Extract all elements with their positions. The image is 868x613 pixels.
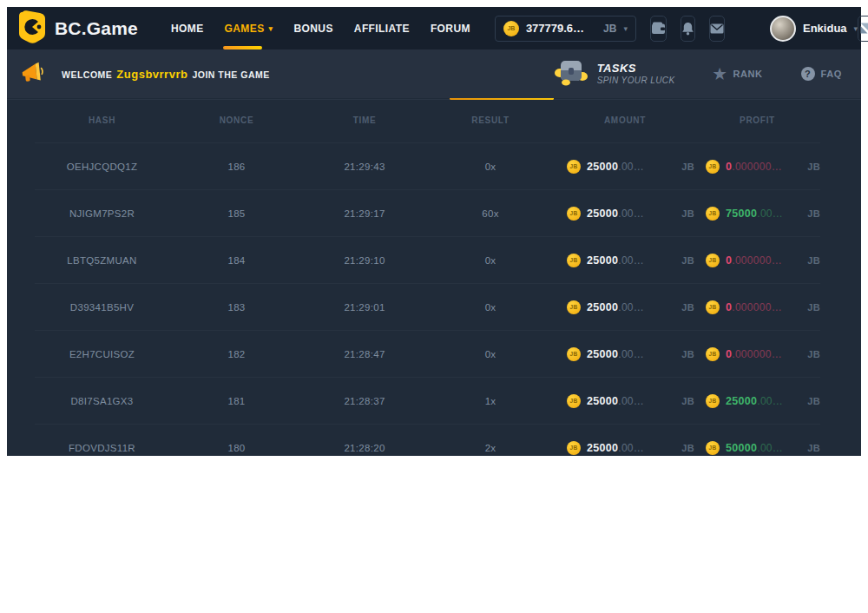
wallet-button[interactable] bbox=[650, 16, 667, 42]
bet-profit: JB 25000.00… JB bbox=[694, 394, 820, 408]
bet-result: 0x bbox=[425, 255, 556, 266]
nav-item-affiliate[interactable]: AFFILIATE bbox=[344, 7, 420, 49]
tasks-link[interactable]: TASKS SPIN YOUR LUCK bbox=[554, 58, 675, 89]
bet-time: 21:29:01 bbox=[304, 302, 425, 313]
col-header-amount: AMOUNT bbox=[556, 115, 694, 125]
chat-icon bbox=[858, 21, 868, 36]
treasure-chest-icon bbox=[554, 58, 589, 89]
brand-name: BC.Game bbox=[55, 18, 138, 39]
faq-link[interactable]: ? FAQ bbox=[801, 67, 842, 81]
bell-icon bbox=[681, 22, 694, 36]
rank-label: RANK bbox=[733, 69, 762, 79]
balance-currency: JB bbox=[603, 23, 616, 35]
bet-time: 21:29:10 bbox=[304, 255, 425, 266]
bet-time: 21:28:20 bbox=[304, 443, 425, 453]
question-icon: ? bbox=[801, 67, 815, 81]
profit-currency: JB bbox=[807, 208, 820, 219]
chat-toggle-button[interactable] bbox=[858, 16, 868, 42]
profit-currency: JB bbox=[807, 443, 820, 453]
username-label: Enkidua bbox=[803, 22, 847, 35]
bet-hash: D8I7SA1GX3 bbox=[35, 396, 169, 406]
bet-hash: NJIGM7PS2R bbox=[35, 208, 169, 219]
app-window: BC.Game HOME GAMES ▾ BONUS AFFILIATE FOR… bbox=[7, 7, 861, 456]
nav-item-games[interactable]: GAMES ▾ bbox=[214, 7, 284, 49]
faq-label: FAQ bbox=[821, 69, 842, 79]
nav-item-forum[interactable]: FORUM bbox=[420, 7, 481, 49]
table-row[interactable]: D8I7SA1GX3 181 21:28:37 1x JB 25000.00… … bbox=[35, 377, 820, 424]
table-row[interactable]: FDOVDJS11R 180 21:28:20 2x JB 25000.00… … bbox=[35, 424, 820, 456]
table-row[interactable]: E2H7CUISOZ 182 21:28:47 0x JB 25000.00… … bbox=[35, 330, 820, 377]
welcome-message: WELCOMEZugsbvrrvrbJOIN THE GAME bbox=[62, 68, 270, 81]
nav-item-home[interactable]: HOME bbox=[161, 7, 214, 49]
messages-button[interactable] bbox=[709, 16, 725, 42]
bet-hash: LBTQ5ZMUAN bbox=[35, 255, 169, 266]
bets-panel: HASH NONCE TIME RESULT AMOUNT PROFIT OEH… bbox=[7, 98, 861, 456]
bets-table: HASH NONCE TIME RESULT AMOUNT PROFIT OEH… bbox=[35, 98, 820, 456]
bet-hash: E2H7CUISOZ bbox=[35, 349, 169, 359]
bet-hash: D39341B5HV bbox=[35, 302, 169, 313]
amount-currency: JB bbox=[681, 396, 694, 406]
table-row[interactable]: LBTQ5ZMUAN 184 21:29:10 0x JB 25000.00… … bbox=[35, 236, 820, 283]
bet-nonce: 182 bbox=[169, 349, 304, 359]
jb-coin-icon: JB bbox=[706, 347, 720, 361]
balance-selector[interactable]: JB 377779.6… JB ▾ bbox=[495, 16, 636, 42]
chevron-down-icon: ▾ bbox=[623, 24, 628, 33]
jb-coin-icon: JB bbox=[706, 300, 720, 314]
bet-profit: JB 0.000000… JB bbox=[694, 300, 820, 314]
bet-profit: JB 0.000000… JB bbox=[694, 347, 820, 361]
jb-coin-icon: JB bbox=[503, 21, 519, 36]
bet-result: 60x bbox=[425, 208, 556, 219]
bet-result: 0x bbox=[425, 349, 556, 359]
amount-currency: JB bbox=[681, 349, 694, 359]
bet-amount: JB 25000.00… JB bbox=[556, 207, 694, 221]
profit-currency: JB bbox=[807, 302, 820, 313]
announcement-banner: WELCOMEZugsbvrrvrbJOIN THE GAME TASKS bbox=[7, 49, 861, 98]
bet-result: 0x bbox=[425, 302, 556, 313]
bet-amount: JB 25000.00… JB bbox=[556, 160, 694, 174]
mail-icon bbox=[710, 23, 724, 34]
jb-coin-icon: JB bbox=[706, 441, 720, 455]
jb-coin-icon: JB bbox=[567, 441, 581, 455]
profit-currency: JB bbox=[807, 255, 820, 266]
bet-nonce: 181 bbox=[169, 396, 304, 406]
col-header-hash: HASH bbox=[35, 115, 169, 125]
amount-currency: JB bbox=[681, 443, 694, 453]
bet-nonce: 185 bbox=[169, 208, 304, 219]
jb-coin-icon: JB bbox=[567, 160, 581, 174]
bet-hash: OEHJCQDQ1Z bbox=[35, 161, 169, 172]
profit-currency: JB bbox=[807, 396, 820, 406]
tasks-subtitle: SPIN YOUR LUCK bbox=[597, 76, 675, 87]
table-row[interactable]: NJIGM7PS2R 185 21:29:17 60x JB 25000.00…… bbox=[35, 189, 820, 236]
jb-coin-icon: JB bbox=[567, 394, 581, 408]
top-navbar: BC.Game HOME GAMES ▾ BONUS AFFILIATE FOR… bbox=[7, 7, 861, 49]
user-menu[interactable]: Enkidua ▾ bbox=[770, 16, 858, 42]
brand-logo[interactable]: BC.Game bbox=[17, 10, 138, 47]
nav-item-bonus[interactable]: BONUS bbox=[283, 7, 343, 49]
jb-coin-icon: JB bbox=[706, 207, 720, 221]
bet-time: 21:29:17 bbox=[304, 208, 425, 219]
main-nav: HOME GAMES ▾ BONUS AFFILIATE FORUM bbox=[161, 7, 481, 49]
bet-amount: JB 25000.00… JB bbox=[556, 300, 694, 314]
bet-time: 21:29:43 bbox=[304, 161, 425, 172]
notifications-button[interactable] bbox=[681, 16, 695, 42]
jb-coin-icon: JB bbox=[706, 394, 720, 408]
tasks-title: TASKS bbox=[597, 62, 675, 76]
col-header-profit: PROFIT bbox=[694, 115, 820, 125]
jb-coin-icon: JB bbox=[567, 254, 581, 267]
amount-currency: JB bbox=[681, 161, 694, 172]
wallet-icon bbox=[651, 22, 666, 35]
table-row[interactable]: D39341B5HV 183 21:29:01 0x JB 25000.00… … bbox=[35, 283, 820, 330]
amount-currency: JB bbox=[681, 255, 694, 266]
jb-coin-icon: JB bbox=[706, 254, 720, 267]
bet-amount: JB 25000.00… JB bbox=[556, 441, 694, 455]
col-header-result: RESULT bbox=[425, 115, 556, 125]
bet-nonce: 184 bbox=[169, 255, 304, 266]
bet-nonce: 186 bbox=[169, 161, 304, 172]
jb-coin-icon: JB bbox=[567, 347, 581, 361]
rank-link[interactable]: ★ RANK bbox=[713, 67, 763, 82]
bet-profit: JB 50000.00… JB bbox=[694, 441, 820, 455]
bet-nonce: 180 bbox=[169, 443, 304, 453]
table-row[interactable]: OEHJCQDQ1Z 186 21:29:43 0x JB 25000.00… … bbox=[35, 142, 820, 189]
bet-result: 2x bbox=[425, 443, 556, 453]
banner-actions: TASKS SPIN YOUR LUCK ★ RANK ? FAQ bbox=[554, 58, 842, 89]
